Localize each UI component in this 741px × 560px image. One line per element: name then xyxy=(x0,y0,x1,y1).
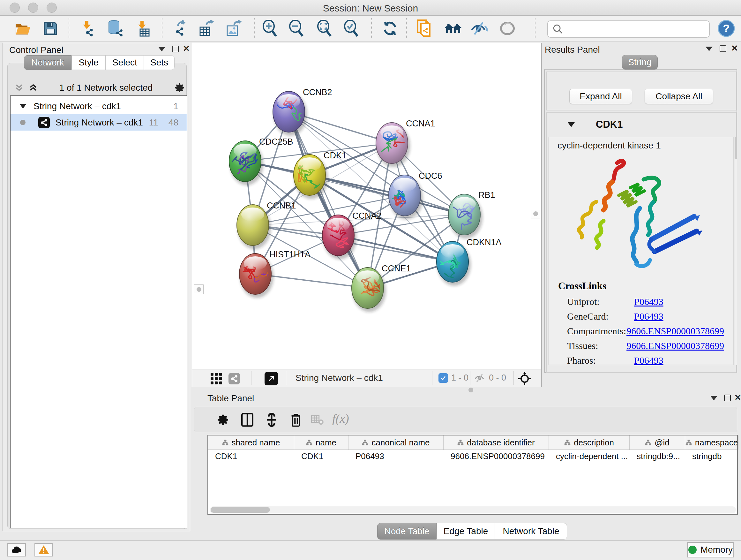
table-panel-close-icon[interactable]: ✕ xyxy=(734,393,741,401)
search-box[interactable] xyxy=(547,20,710,38)
collapse-all-button[interactable]: Collapse All xyxy=(645,89,713,104)
network-row[interactable]: String Network – cdk1 11 48 xyxy=(10,114,187,131)
column-header-description[interactable]: description xyxy=(549,435,630,449)
results-panel-close-icon[interactable]: ✕ xyxy=(731,44,738,52)
birdseye-navigator-icon[interactable] xyxy=(516,368,534,389)
results-scrollbar-thumb[interactable] xyxy=(735,137,737,159)
network-node-CDK1[interactable] xyxy=(293,154,335,199)
grid-view-icon[interactable] xyxy=(208,368,225,389)
warning-status-button[interactable] xyxy=(35,543,53,557)
import-table-file-button[interactable] xyxy=(134,18,151,39)
delete-column-trash-icon[interactable] xyxy=(287,410,305,430)
first-neighbors-button[interactable] xyxy=(444,18,462,39)
column-header-canonical-name[interactable]: canonical name xyxy=(348,435,444,449)
export-table-button[interactable] xyxy=(198,18,215,39)
tab-style[interactable]: Style xyxy=(71,55,106,70)
gene-collapse-icon[interactable] xyxy=(568,122,575,127)
network-node-CCNB2[interactable] xyxy=(273,91,312,136)
tab-network[interactable]: Network xyxy=(24,55,71,70)
column-header--id[interactable]: @id xyxy=(630,435,685,449)
network-edge[interactable] xyxy=(289,112,367,288)
import-network-file-button[interactable] xyxy=(78,18,96,39)
zoom-in-button[interactable] xyxy=(261,18,279,39)
crosslink-link[interactable]: 9606.ENSP00000378699 xyxy=(626,338,724,353)
tab-string[interactable]: String xyxy=(622,55,658,70)
export-image-button[interactable] xyxy=(225,18,243,39)
left-splitter-handle[interactable] xyxy=(194,285,204,294)
horizontal-splitter-handle[interactable] xyxy=(468,388,473,392)
expand-all-icon[interactable] xyxy=(28,83,38,92)
table-cell[interactable]: 9606.ENSP00000378699 xyxy=(444,450,549,462)
delete-table-icon[interactable] xyxy=(309,410,327,430)
cloud-status-button[interactable] xyxy=(7,543,26,557)
crosslink-link[interactable]: P06493 xyxy=(634,294,664,309)
collection-expand-icon[interactable] xyxy=(19,104,26,109)
save-session-button[interactable] xyxy=(42,18,59,39)
open-session-button[interactable] xyxy=(14,18,32,39)
table-cell[interactable]: P06493 xyxy=(348,450,444,462)
network-view-title: String Network – cdk1 xyxy=(295,373,383,383)
memory-button[interactable]: Memory xyxy=(687,542,734,557)
network-node-CCNE1[interactable] xyxy=(352,267,388,312)
memory-label: Memory xyxy=(700,545,733,555)
network-node-CCNA1[interactable] xyxy=(373,123,414,167)
tab-node-table[interactable]: Node Table xyxy=(377,523,436,540)
node-table-grid[interactable]: shared namenamecanonical namedatabase id… xyxy=(207,435,738,515)
crosslink-link[interactable]: P06493 xyxy=(634,309,664,324)
collapse-all-icon[interactable] xyxy=(14,83,24,92)
control-panel-close-icon[interactable]: ✕ xyxy=(183,44,190,53)
hide-selected-button[interactable] xyxy=(470,18,488,39)
search-input[interactable] xyxy=(566,24,709,35)
network-collection-row[interactable]: String Network – cdk1 1 xyxy=(10,98,187,114)
help-button[interactable]: ? xyxy=(718,18,735,39)
import-network-database-button[interactable] xyxy=(107,18,125,39)
crosslink-link[interactable]: P06493 xyxy=(634,353,664,368)
selected-checkbox-icon[interactable] xyxy=(439,373,448,383)
control-panel-collapse-icon[interactable] xyxy=(158,47,165,53)
table-cell[interactable]: cyclin-dependent ... xyxy=(549,450,630,462)
refresh-layout-button[interactable] xyxy=(381,18,399,39)
control-panel-float-icon[interactable] xyxy=(172,46,179,54)
table-panel-float-icon[interactable] xyxy=(724,395,731,402)
network-node-HIST1H1A[interactable] xyxy=(239,253,286,298)
column-header-namespace[interactable]: namespace xyxy=(685,435,738,449)
network-options-gear-icon[interactable] xyxy=(174,82,185,94)
column-header-database-identifier[interactable]: database identifier xyxy=(444,435,549,449)
network-graph[interactable]: CCNB2CCNA1CDC25BCDK1CDC6RB1CCNB1CCNA2CDK… xyxy=(192,43,541,369)
table-horizontal-scrollbar[interactable] xyxy=(210,506,736,513)
table-cell[interactable]: stringdb xyxy=(685,450,738,462)
right-splitter-handle[interactable] xyxy=(531,209,540,219)
table-cell[interactable]: CDK1 xyxy=(294,450,348,462)
column-header-name[interactable]: name xyxy=(294,435,348,449)
export-network-button[interactable] xyxy=(171,18,189,39)
hidden-eye-icon[interactable] xyxy=(474,373,486,383)
zoom-fit-button[interactable] xyxy=(315,18,333,39)
table-scrollbar-thumb[interactable] xyxy=(211,507,270,513)
table-row[interactable]: CDK1CDK1P064939606.ENSP00000378699cyclin… xyxy=(208,450,737,462)
results-scrollbar[interactable] xyxy=(735,137,737,365)
expand-all-button[interactable]: Expand All xyxy=(569,89,632,104)
detach-view-icon[interactable] xyxy=(263,368,280,389)
tab-select[interactable]: Select xyxy=(106,55,144,70)
gene-section-header[interactable]: CDK1 xyxy=(547,113,736,136)
results-panel-float-icon[interactable] xyxy=(720,45,726,53)
tab-edge-table[interactable]: Edge Table xyxy=(436,523,495,540)
network-node-CCNB1[interactable] xyxy=(237,205,271,249)
crosslink-link[interactable]: 9606.ENSP00000378699 xyxy=(626,324,724,338)
clone-network-button[interactable] xyxy=(415,18,433,39)
table-cell[interactable]: stringdb:9... xyxy=(630,450,685,462)
show-columns-icon[interactable] xyxy=(239,410,256,430)
results-panel-collapse-icon[interactable] xyxy=(705,47,713,52)
table-cell[interactable]: CDK1 xyxy=(208,450,294,462)
network-node-CDKN1A[interactable] xyxy=(427,241,471,286)
create-column-icon[interactable] xyxy=(263,410,280,430)
tab-network-table[interactable]: Network Table xyxy=(495,523,567,540)
show-all-button[interactable] xyxy=(498,18,516,39)
table-settings-gear-icon[interactable] xyxy=(214,410,232,430)
table-panel-collapse-icon[interactable] xyxy=(711,396,718,401)
zoom-out-button[interactable] xyxy=(287,18,305,39)
zoom-selected-button[interactable] xyxy=(342,18,360,39)
tab-sets[interactable]: Sets xyxy=(144,55,175,70)
column-header-shared-name[interactable]: shared name xyxy=(208,435,294,449)
function-builder-icon[interactable]: f(x) xyxy=(332,412,349,426)
